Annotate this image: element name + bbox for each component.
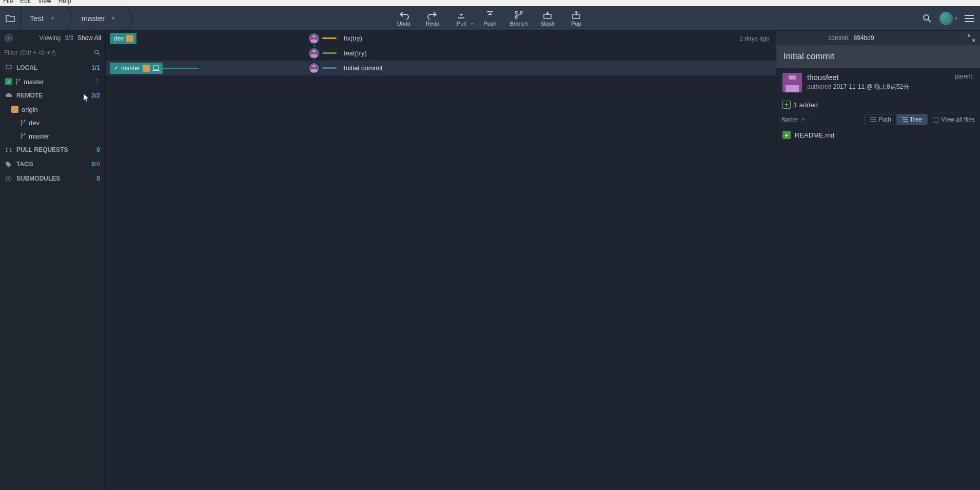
filter-input[interactable] (4, 49, 94, 56)
repo-picker-button[interactable] (0, 6, 21, 31)
section-local-label: LOCAL (16, 64, 37, 71)
stash-button[interactable]: Stash (535, 7, 560, 30)
remote-origin[interactable]: origin (0, 103, 105, 116)
tag-icon (5, 161, 12, 167)
branch-tag-dev[interactable]: dev (110, 33, 136, 44)
menu-file[interactable]: File (3, 0, 13, 5)
svg-rect-22 (153, 66, 159, 69)
branch-name: dev (29, 119, 40, 127)
expand-icon[interactable] (968, 34, 975, 42)
top-toolbar: Test ▾ master ▾ Undo Redo Pull ▾ Push Br… (0, 6, 980, 31)
file-row[interactable]: + README.md (776, 127, 980, 143)
filter-row (0, 45, 105, 61)
menu-view[interactable]: View (38, 0, 51, 5)
local-branch-master[interactable]: ✓ master ⋮ (0, 75, 105, 88)
search-icon[interactable] (922, 13, 932, 24)
stash-icon (542, 10, 553, 19)
branch-tag-connector (163, 68, 199, 69)
viewing-count: 3/3 (65, 34, 73, 42)
caret-down-icon: ▾ (955, 16, 957, 21)
search-icon[interactable] (94, 49, 101, 56)
section-submodules-count: 0 (96, 175, 100, 182)
more-icon[interactable]: ⋮ (93, 77, 100, 86)
graph-side-bar (322, 67, 337, 69)
pop-button[interactable]: Pop (563, 7, 589, 30)
undo-button[interactable]: Undo (391, 7, 417, 30)
branch-button[interactable]: Branch (506, 7, 532, 30)
svg-point-21 (8, 178, 10, 180)
commit-node[interactable] (308, 32, 320, 45)
back-button[interactable]: ‹ (4, 33, 13, 43)
caret-down-icon: ▾ (51, 15, 54, 21)
undo-label: Undo (397, 21, 410, 27)
authored-date: 2017-11-11 @ 晚上8点52分 (833, 83, 909, 90)
svg-point-2 (520, 11, 522, 13)
redo-icon (427, 10, 438, 19)
section-remote[interactable]: REMOTE 2/2 (0, 88, 105, 103)
remote-branch-dev[interactable]: dev (0, 116, 105, 129)
section-pr-count: 0 (96, 146, 100, 153)
branch-name: master (29, 132, 49, 140)
cloud-icon (5, 92, 12, 99)
branch-tag-label: dev (114, 35, 124, 42)
section-tags-label: TAGS (16, 161, 33, 168)
view-path-button[interactable]: Path (865, 114, 896, 125)
view-tree-button[interactable]: Tree (896, 114, 927, 125)
menu-bar: File Edit View Help (0, 0, 980, 6)
pop-icon (571, 10, 581, 19)
changes-summary: + 1 added (776, 97, 980, 112)
remote-branch-master[interactable]: master (0, 129, 105, 143)
remote-icon (143, 65, 150, 72)
menu-edit[interactable]: Edit (20, 0, 31, 5)
section-local[interactable]: LOCAL 1/1 (0, 61, 105, 75)
sidebar-top-bar: ‹ Viewing 3/3 Show All (0, 31, 105, 45)
section-submodules-label: SUBMODULES (16, 175, 60, 182)
profile-button[interactable]: ▾ (939, 12, 957, 25)
sort-by-name[interactable]: Name ↓ᴬ (781, 116, 805, 123)
commit-row[interactable]: feat(try) (106, 46, 776, 61)
section-tags[interactable]: TAGS 0/0 (0, 157, 105, 171)
svg-point-6 (95, 50, 99, 53)
submodule-icon (5, 175, 12, 182)
view-all-label: View all files (941, 116, 975, 123)
branch-icon (15, 79, 21, 85)
remote-icon (11, 106, 18, 113)
section-pull-requests[interactable]: PULL REQUESTS 0 (0, 143, 105, 157)
settings-menu-button[interactable] (965, 15, 974, 22)
redo-button[interactable]: Redo (420, 7, 445, 30)
commit-hash[interactable]: 894bd9 (854, 34, 874, 42)
branch-tag-master[interactable]: ✓ master (110, 63, 163, 74)
caret-down-icon: ▾ (471, 22, 473, 26)
push-icon (485, 10, 495, 19)
svg-rect-3 (544, 14, 551, 18)
commit-detail-panel: commit: 894bd9 Initial commit thousfeet … (776, 31, 980, 490)
commit-label: commit: (828, 34, 850, 42)
remote-name: origin (22, 106, 38, 113)
commit-node[interactable] (308, 47, 320, 60)
branch-icon (21, 133, 26, 139)
commit-title: Initial commit (776, 45, 980, 68)
section-submodules[interactable]: SUBMODULES 0 (0, 171, 105, 186)
commit-graph: dev fix(try) 2 days ago feat(try) (106, 31, 776, 490)
toolbar-center: Undo Redo Pull ▾ Push Branch Stash Pop (391, 7, 589, 30)
commit-row[interactable]: dev fix(try) 2 days ago (106, 31, 776, 46)
file-added-icon: + (782, 131, 791, 139)
breadcrumb-repo-label: Test (30, 14, 44, 23)
menu-help[interactable]: Help (58, 0, 71, 5)
pull-button[interactable]: Pull ▾ (448, 7, 474, 30)
author-avatar (782, 73, 802, 92)
commit-row[interactable]: ✓ master Initial commit (106, 61, 776, 75)
folder-icon (5, 14, 15, 23)
redo-label: Redo (426, 21, 439, 27)
laptop-icon (5, 65, 12, 71)
show-all-button[interactable]: Show All (77, 34, 101, 42)
branch-icon (514, 10, 524, 19)
view-all-files-toggle[interactable]: View all files (933, 116, 975, 123)
commit-message: Initial commit (344, 64, 383, 72)
commit-node[interactable] (308, 62, 320, 74)
view-mode-toggle: Path Tree (865, 114, 928, 125)
breadcrumb-branch[interactable]: master ▾ (72, 6, 127, 31)
breadcrumb-repo[interactable]: Test ▾ (21, 6, 66, 31)
push-button[interactable]: Push (477, 7, 503, 30)
pull-icon (456, 10, 466, 19)
